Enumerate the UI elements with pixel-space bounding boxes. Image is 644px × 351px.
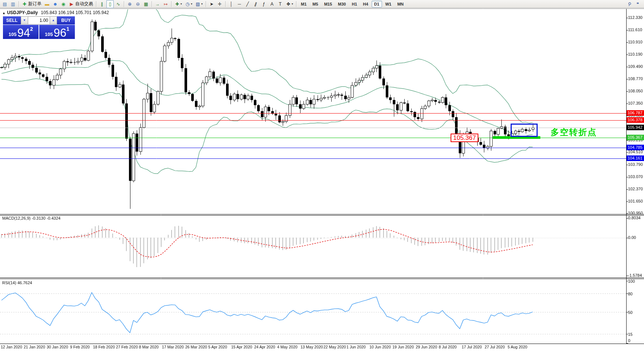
price-axis-tick: 103.070: [628, 174, 643, 179]
chart-window: ▲USDJPY-,Daily105.843 106.194 105.701 10…: [0, 0, 644, 351]
buy-price-button[interactable]: 105961: [39, 25, 75, 39]
date-axis-label: 19 Jun 2020: [392, 345, 414, 349]
dropdown-arrow-icon[interactable]: ▾: [201, 2, 203, 6]
bar-chart-icon[interactable]: ∥: [98, 0, 106, 8]
buy-button[interactable]: BUY: [57, 16, 75, 24]
shapes-tool-button: ✥: [286, 1, 291, 7]
date-axis-label: 27 Jul 2020: [485, 345, 505, 349]
autotrading-button-label: 自动交易: [75, 1, 93, 7]
chat-icon[interactable]: ❝: [634, 0, 641, 8]
toolbar-separator: [225, 1, 226, 7]
price-axis-tick: 102.370: [628, 187, 643, 191]
price-axis-badge: 105.367: [627, 135, 644, 140]
trendline-tool-icon[interactable]: ╱: [244, 0, 251, 8]
chat-icon: ❝: [635, 1, 640, 7]
sell-price-button[interactable]: 105942: [3, 25, 39, 39]
label-tool-icon[interactable]: T: [276, 0, 284, 8]
one-click-toggle-icon[interactable]: ▲: [2, 11, 6, 15]
sell-price-figure: 105: [9, 32, 17, 37]
timeframe-m30[interactable]: M30: [335, 1, 348, 7]
community-icon[interactable]: ☻: [52, 0, 59, 8]
price-level-label[interactable]: 105.367: [451, 134, 478, 142]
templates-button[interactable]: ▧▾: [194, 0, 204, 8]
tile-windows-icon[interactable]: ▦: [142, 0, 150, 8]
shapes-tool-button[interactable]: ✥▾: [285, 0, 294, 8]
cursor-tool-icon: ➤: [209, 1, 214, 7]
timeframe-group: M1M5M15M30H1H4D1W1MN: [298, 1, 406, 7]
toolbar-separator: [96, 1, 96, 7]
date-axis-label: 9 Feb 2020: [70, 345, 90, 349]
sell-price-pips: 94: [17, 27, 30, 39]
toolbar-group: ⊕⊖▦: [126, 0, 150, 8]
toolbar-group: ∥▯∿: [98, 0, 122, 8]
volume-up-button[interactable]: ▲: [50, 16, 57, 24]
horizontal-line-tool-icon[interactable]: ─: [236, 0, 243, 8]
volume-down-button[interactable]: ▼: [21, 16, 28, 24]
vertical-line-tool-icon[interactable]: │: [228, 0, 235, 8]
turning-point-annotation[interactable]: 多空转折点: [551, 127, 597, 138]
text-tool-icon[interactable]: A: [268, 0, 276, 8]
templates-button: ▧: [195, 1, 200, 7]
new-order-button[interactable]: ✚新订单: [21, 0, 43, 8]
line-chart-icon[interactable]: ∿: [114, 0, 122, 8]
date-axis-label: 24 Apr 2020: [254, 345, 275, 349]
rsi-axis-tick: 80: [628, 292, 633, 296]
indicators-button[interactable]: ✚▾: [173, 0, 183, 8]
volume-input[interactable]: [28, 16, 50, 24]
price-axis-tick: 110.910: [628, 40, 643, 44]
macd-indicator-label: MACD(12,26,9) -0.3130 -0.4324: [2, 216, 60, 220]
dropdown-arrow-icon[interactable]: ▾: [191, 2, 192, 6]
timeframe-h1[interactable]: H1: [349, 1, 359, 7]
auto-scroll-icon[interactable]: →: [154, 0, 161, 8]
date-axis-label: 29 Jun 2020: [416, 345, 437, 349]
timeframe-w1[interactable]: W1: [383, 1, 394, 7]
chart-canvas[interactable]: [0, 0, 644, 351]
new-order-button: ✚: [22, 1, 27, 7]
cursor-tool-icon[interactable]: ➤: [208, 0, 215, 8]
date-axis-label: 17 Jul 2020: [462, 345, 482, 349]
chart-shift-icon[interactable]: ↦: [162, 0, 169, 8]
timeframe-h4[interactable]: H4: [361, 1, 371, 7]
price-axis-badge: 104.785: [627, 145, 644, 150]
zoom-out-icon[interactable]: ⊖: [134, 0, 142, 8]
date-axis-label: 26 Mar 2020: [185, 345, 207, 349]
toolbar-separator: [171, 1, 172, 7]
rsi-indicator-label: RSI(14) 46.7624: [2, 281, 32, 285]
consolidation-highlight-rectangle[interactable]: [511, 124, 538, 137]
crosshair-tool-icon[interactable]: ✛: [216, 0, 223, 8]
sell-button[interactable]: SELL: [3, 16, 21, 24]
candlestick-chart-icon[interactable]: ▯: [106, 0, 114, 8]
timeframe-m1[interactable]: M1: [298, 1, 309, 7]
date-axis-label: 10 Jun 2020: [369, 345, 391, 349]
chart-profile-icon[interactable]: ▥: [9, 0, 17, 8]
price-axis-tick: 100.950: [628, 211, 643, 215]
zoom-in-icon[interactable]: ⊕: [126, 0, 133, 8]
metaeditor-icon[interactable]: ▬: [43, 0, 51, 8]
date-axis-label: 15 Apr 2020: [231, 345, 252, 349]
charts-grid-icon: ▤: [2, 1, 7, 7]
autotrading-button[interactable]: ▶自动交易: [68, 0, 94, 8]
channel-tool-icon[interactable]: ∥: [252, 0, 259, 8]
dropdown-arrow-icon[interactable]: ▾: [180, 2, 182, 6]
rsi-axis-tick: 50: [628, 310, 633, 315]
candlestick-chart-icon: ▯: [107, 1, 113, 7]
periods-button[interactable]: ◷▾: [184, 0, 193, 8]
timeframe-m15[interactable]: M15: [322, 1, 335, 7]
search-icon[interactable]: ⚲: [626, 0, 633, 8]
timeframe-m5[interactable]: M5: [310, 1, 321, 7]
fibonacci-tool-icon[interactable]: ƒ: [260, 0, 268, 8]
date-axis-label: 5 Apr 2020: [208, 345, 227, 349]
charts-grid-icon[interactable]: ▤: [1, 0, 9, 8]
dropdown-arrow-icon[interactable]: ▾: [292, 2, 293, 6]
price-axis-tick: 103.790: [628, 162, 643, 167]
toolbar-separator: [296, 1, 296, 7]
chart-title: ▲USDJPY-,Daily105.843 106.194 105.701 10…: [2, 10, 109, 15]
date-axis-label: 21 Jan 2020: [24, 345, 45, 349]
chart-shift-icon: ↦: [163, 1, 168, 7]
timeframe-mn[interactable]: MN: [395, 1, 406, 7]
price-axis-tick: 111.610: [628, 27, 642, 32]
timeframe-d1[interactable]: D1: [372, 1, 382, 7]
date-axis-label: 8 Jul 2020: [439, 345, 457, 349]
date-axis-label: 1 Jun 2020: [346, 345, 366, 349]
signals-icon[interactable]: ◉: [60, 0, 67, 8]
